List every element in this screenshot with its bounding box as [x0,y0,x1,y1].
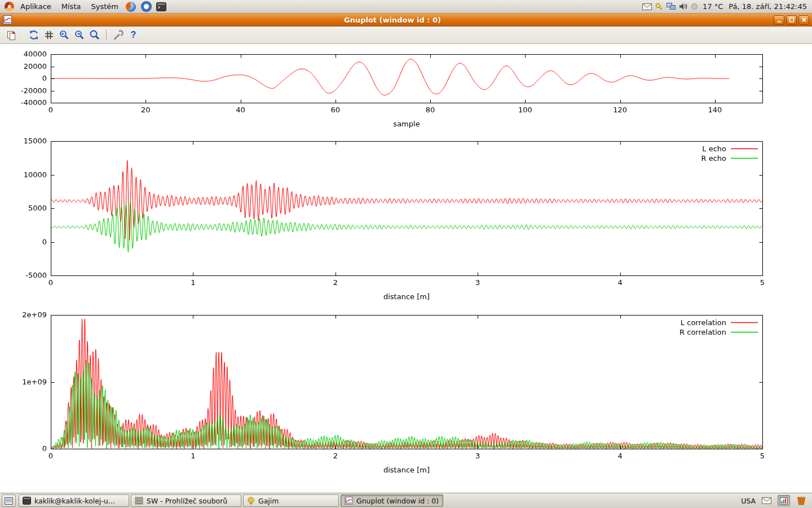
grid-icon [44,30,54,40]
menu-places[interactable]: Místa [56,0,86,13]
window-toolbar: ? [0,27,812,44]
help-launcher-icon[interactable] [140,1,152,12]
minimize-button[interactable] [774,15,784,25]
panel-right: 17 °C Pá, 18. září, 21:42:45 [641,0,810,13]
gajim-icon [247,497,255,505]
file-manager-icon [135,497,143,505]
wrench-icon [113,29,124,41]
volume-icon[interactable] [679,3,687,10]
zoom-previous-icon [59,29,70,41]
taskbar-item-terminal[interactable]: kaklik@kaklik-kolej-u... [19,494,129,507]
temperature-label[interactable]: 17 °C [703,2,723,11]
firefox-launcher-icon[interactable] [125,1,137,12]
help-icon: ? [131,30,136,40]
taskbar-item-gnuplot[interactable]: Gnuplot (window id : 0) [341,494,443,507]
network-monitors-icon[interactable] [667,3,676,10]
autoscale-icon [89,29,100,41]
toolbar-replot-button[interactable] [26,28,41,42]
taskbar-item-label: kaklik@kaklik-kolej-u... [34,497,115,505]
close-button[interactable] [798,15,809,25]
life-ring-icon [142,2,151,11]
plot-canvas[interactable] [0,44,812,493]
toolbar-help-button[interactable]: ? [126,28,141,42]
maximize-button[interactable] [786,15,797,25]
gnuplot-window-icon [3,15,13,24]
tray-chart-button[interactable] [778,495,790,506]
toolbar-separator [106,30,107,40]
toolbar-zoom-previous-button[interactable] [56,28,72,42]
panel-left: Aplikace Místa Systém [2,0,169,13]
taskbar-item-label: Gajim [258,497,279,505]
taskbar-item-file-manager[interactable]: SW - Prohlížeč souborů [131,494,241,507]
copy-to-clipboard-icon [6,30,16,41]
window-title: Gnuplot (window id : 0) [13,16,772,24]
toolbar-copy-button[interactable] [3,28,19,42]
gnuplot-icon [345,497,353,505]
mail-notifier-icon[interactable] [642,3,652,10]
keyboard-layout-indicator[interactable]: USA [741,497,756,505]
tray-mail-icon[interactable] [762,497,771,504]
terminal-launcher-icon[interactable] [156,1,167,12]
trash-icon[interactable] [796,496,806,506]
keyring-icon[interactable] [655,3,663,11]
toolbar-zoom-next-button[interactable] [72,28,87,42]
toolbar-grid-button[interactable] [41,28,56,42]
toolbar-configure-button[interactable] [111,28,126,42]
window-buttons [772,15,809,25]
taskbar: kaklik@kaklik-kolej-u... SW - Prohlížeč … [0,493,812,508]
taskbar-item-gajim[interactable]: Gajim [243,494,339,507]
weather-icon[interactable] [691,3,698,10]
taskbar-item-label: SW - Prohlížeč souborů [147,497,227,505]
clock[interactable]: Pá, 18. září, 21:42:45 [729,2,807,11]
window-titlebar[interactable]: Gnuplot (window id : 0) [0,14,812,27]
taskbar-item-label: Gnuplot (window id : 0) [356,497,439,505]
menu-system[interactable]: Systém [86,0,123,13]
plot-area [0,44,812,493]
terminal-icon [23,497,31,505]
menu-applications[interactable]: Aplikace [15,0,56,13]
chart-icon [780,497,788,505]
terminal-icon [156,2,166,11]
replot-icon [28,29,39,41]
show-desktop-button[interactable] [2,494,16,507]
screen: Aplikace Místa Systém [0,0,812,508]
show-desktop-icon [5,497,13,505]
distro-logo-icon[interactable] [5,2,14,11]
top-panel: Aplikace Místa Systém [0,0,812,14]
taskbar-right: USA [741,495,810,506]
zoom-next-icon [74,29,85,41]
firefox-globe-icon [126,2,136,12]
toolbar-autoscale-button[interactable] [87,28,102,42]
